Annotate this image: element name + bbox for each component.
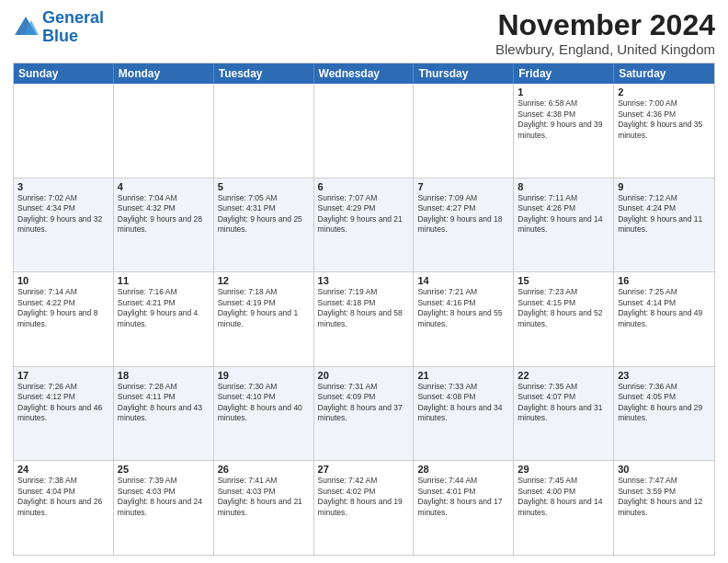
day-info: Sunrise: 6:58 AM Sunset: 4:38 PM Dayligh… [518, 98, 609, 141]
day-cell-29: 29Sunrise: 7:45 AM Sunset: 4:00 PM Dayli… [514, 461, 614, 555]
day-cell-25: 25Sunrise: 7:39 AM Sunset: 4:03 PM Dayli… [114, 461, 214, 555]
day-cell-14: 14Sunrise: 7:21 AM Sunset: 4:16 PM Dayli… [414, 272, 514, 366]
day-number: 8 [518, 181, 609, 192]
day-cell-18: 18Sunrise: 7:28 AM Sunset: 4:11 PM Dayli… [114, 367, 214, 461]
day-number: 26 [218, 464, 310, 475]
day-info: Sunrise: 7:42 AM Sunset: 4:02 PM Dayligh… [318, 476, 410, 518]
day-number: 27 [318, 464, 410, 475]
day-number: 25 [118, 464, 210, 475]
day-cell-2: 2Sunrise: 7:00 AM Sunset: 4:36 PM Daylig… [614, 84, 714, 178]
day-info: Sunrise: 7:05 AM Sunset: 4:31 PM Dayligh… [218, 193, 310, 236]
day-info: Sunrise: 7:30 AM Sunset: 4:10 PM Dayligh… [218, 382, 310, 424]
day-cell-4: 4Sunrise: 7:04 AM Sunset: 4:32 PM Daylig… [114, 178, 214, 272]
day-info: Sunrise: 7:44 AM Sunset: 4:01 PM Dayligh… [417, 476, 509, 518]
day-cell-15: 15Sunrise: 7:23 AM Sunset: 4:15 PM Dayli… [514, 272, 614, 366]
day-number: 5 [218, 181, 310, 192]
calendar-row-1: 1Sunrise: 6:58 AM Sunset: 4:38 PM Daylig… [14, 84, 714, 178]
day-info: Sunrise: 7:21 AM Sunset: 4:16 PM Dayligh… [417, 287, 509, 329]
day-info: Sunrise: 7:26 AM Sunset: 4:12 PM Dayligh… [17, 382, 109, 424]
calendar: SundayMondayTuesdayWednesdayThursdayFrid… [13, 63, 715, 556]
day-cell-26: 26Sunrise: 7:41 AM Sunset: 4:03 PM Dayli… [214, 461, 314, 555]
day-cell-3: 3Sunrise: 7:02 AM Sunset: 4:34 PM Daylig… [14, 178, 114, 272]
weekday-header-wednesday: Wednesday [314, 63, 415, 84]
day-info: Sunrise: 7:33 AM Sunset: 4:08 PM Dayligh… [417, 382, 509, 424]
day-cell-24: 24Sunrise: 7:38 AM Sunset: 4:04 PM Dayli… [14, 461, 114, 555]
day-cell-12: 12Sunrise: 7:18 AM Sunset: 4:19 PM Dayli… [214, 272, 314, 366]
logo-icon [13, 15, 39, 40]
day-cell-30: 30Sunrise: 7:47 AM Sunset: 3:59 PM Dayli… [614, 461, 714, 555]
empty-cell [214, 84, 314, 178]
day-number: 17 [17, 370, 109, 381]
day-info: Sunrise: 7:38 AM Sunset: 4:04 PM Dayligh… [17, 476, 109, 518]
day-cell-21: 21Sunrise: 7:33 AM Sunset: 4:08 PM Dayli… [414, 367, 514, 461]
day-info: Sunrise: 7:31 AM Sunset: 4:09 PM Dayligh… [318, 382, 410, 424]
day-number: 2 [618, 86, 711, 98]
day-info: Sunrise: 7:00 AM Sunset: 4:36 PM Dayligh… [618, 98, 711, 141]
day-cell-6: 6Sunrise: 7:07 AM Sunset: 4:29 PM Daylig… [314, 178, 415, 272]
day-number: 19 [218, 370, 310, 381]
day-info: Sunrise: 7:41 AM Sunset: 4:03 PM Dayligh… [218, 476, 310, 518]
day-number: 14 [417, 275, 509, 286]
day-info: Sunrise: 7:04 AM Sunset: 4:32 PM Dayligh… [118, 193, 210, 236]
day-number: 3 [17, 181, 109, 192]
day-number: 13 [318, 275, 410, 286]
title-block: November 2024 Blewbury, England, United … [495, 9, 715, 57]
logo: General Blue [13, 9, 104, 46]
day-number: 24 [17, 464, 109, 475]
day-cell-8: 8Sunrise: 7:11 AM Sunset: 4:26 PM Daylig… [514, 178, 614, 272]
day-cell-23: 23Sunrise: 7:36 AM Sunset: 4:05 PM Dayli… [614, 367, 714, 461]
day-info: Sunrise: 7:18 AM Sunset: 4:19 PM Dayligh… [218, 287, 310, 329]
day-info: Sunrise: 7:36 AM Sunset: 4:05 PM Dayligh… [618, 382, 711, 424]
day-info: Sunrise: 7:35 AM Sunset: 4:07 PM Dayligh… [518, 382, 609, 424]
day-number: 4 [118, 181, 210, 192]
day-number: 10 [17, 275, 109, 286]
day-info: Sunrise: 7:45 AM Sunset: 4:00 PM Dayligh… [518, 476, 609, 518]
weekday-header-monday: Monday [114, 63, 214, 84]
day-number: 16 [618, 275, 711, 286]
day-info: Sunrise: 7:12 AM Sunset: 4:24 PM Dayligh… [618, 193, 711, 236]
day-number: 29 [518, 464, 609, 475]
location-title: Blewbury, England, United Kingdom [495, 41, 715, 57]
day-cell-10: 10Sunrise: 7:14 AM Sunset: 4:22 PM Dayli… [14, 272, 114, 366]
day-number: 20 [318, 370, 410, 381]
day-number: 7 [417, 181, 509, 192]
day-info: Sunrise: 7:16 AM Sunset: 4:21 PM Dayligh… [118, 287, 210, 329]
day-info: Sunrise: 7:02 AM Sunset: 4:34 PM Dayligh… [17, 193, 109, 236]
day-number: 30 [618, 464, 711, 475]
page: General Blue November 2024 Blewbury, Eng… [0, 0, 728, 563]
empty-cell [414, 84, 514, 178]
day-info: Sunrise: 7:28 AM Sunset: 4:11 PM Dayligh… [118, 382, 210, 424]
day-info: Sunrise: 7:19 AM Sunset: 4:18 PM Dayligh… [318, 287, 410, 329]
calendar-row-4: 17Sunrise: 7:26 AM Sunset: 4:12 PM Dayli… [14, 366, 714, 461]
month-title: November 2024 [495, 9, 715, 41]
day-cell-11: 11Sunrise: 7:16 AM Sunset: 4:21 PM Dayli… [114, 272, 214, 366]
calendar-row-5: 24Sunrise: 7:38 AM Sunset: 4:04 PM Dayli… [14, 460, 714, 555]
day-cell-28: 28Sunrise: 7:44 AM Sunset: 4:01 PM Dayli… [414, 461, 514, 555]
day-cell-19: 19Sunrise: 7:30 AM Sunset: 4:10 PM Dayli… [214, 367, 314, 461]
day-number: 18 [118, 370, 210, 381]
day-number: 11 [118, 275, 210, 286]
day-cell-7: 7Sunrise: 7:09 AM Sunset: 4:27 PM Daylig… [414, 178, 514, 272]
empty-cell [314, 84, 415, 178]
day-cell-13: 13Sunrise: 7:19 AM Sunset: 4:18 PM Dayli… [314, 272, 415, 366]
weekday-header-sunday: Sunday [14, 63, 114, 84]
header: General Blue November 2024 Blewbury, Eng… [13, 9, 715, 57]
day-number: 23 [618, 370, 711, 381]
day-cell-16: 16Sunrise: 7:25 AM Sunset: 4:14 PM Dayli… [614, 272, 714, 366]
day-cell-9: 9Sunrise: 7:12 AM Sunset: 4:24 PM Daylig… [614, 178, 714, 272]
empty-cell [14, 84, 114, 178]
logo-text: General Blue [42, 9, 104, 46]
day-number: 9 [618, 181, 711, 192]
weekday-header-saturday: Saturday [614, 63, 714, 84]
day-cell-20: 20Sunrise: 7:31 AM Sunset: 4:09 PM Dayli… [314, 367, 415, 461]
day-cell-27: 27Sunrise: 7:42 AM Sunset: 4:02 PM Dayli… [314, 461, 415, 555]
day-number: 21 [417, 370, 509, 381]
day-number: 6 [318, 181, 410, 192]
day-number: 12 [218, 275, 310, 286]
day-info: Sunrise: 7:47 AM Sunset: 3:59 PM Dayligh… [618, 476, 711, 518]
day-info: Sunrise: 7:23 AM Sunset: 4:15 PM Dayligh… [518, 287, 609, 329]
day-info: Sunrise: 7:11 AM Sunset: 4:26 PM Dayligh… [518, 193, 609, 236]
calendar-row-2: 3Sunrise: 7:02 AM Sunset: 4:34 PM Daylig… [14, 178, 714, 272]
day-number: 15 [518, 275, 609, 286]
day-cell-5: 5Sunrise: 7:05 AM Sunset: 4:31 PM Daylig… [214, 178, 314, 272]
